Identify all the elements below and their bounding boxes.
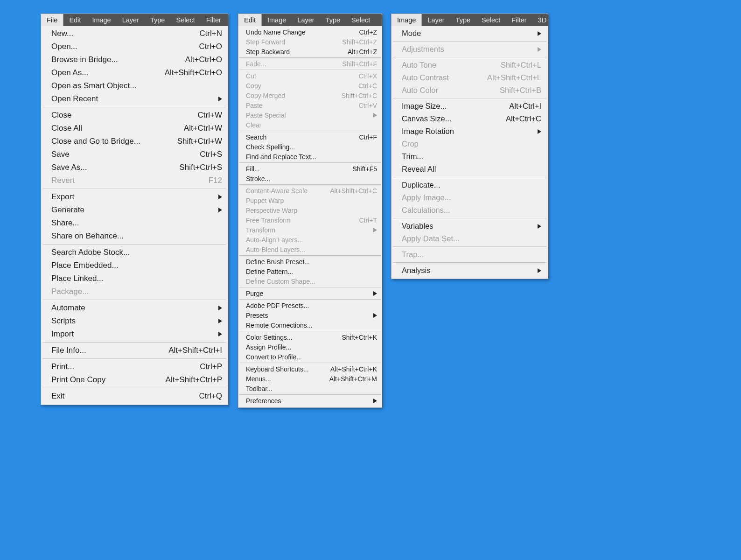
menu-item-save-as[interactable]: Save As...Shift+Ctrl+S [41,161,228,174]
menu-item-share[interactable]: Share... [41,217,228,230]
menu-item-automate[interactable]: Automate [41,301,228,315]
menu-item-label: New... [51,29,192,38]
menu-item-mode[interactable]: Mode [391,27,548,40]
menu-item-label: Auto Color [402,86,492,95]
menu-item-close[interactable]: CloseCtrl+W [41,109,228,122]
menu-item-analysis[interactable]: Analysis [391,264,548,277]
menu-item-assign-profile[interactable]: Assign Profile... [238,342,382,352]
menu-separator [393,246,546,247]
menu-item-menus[interactable]: Menus...Alt+Shift+Ctrl+M [238,374,382,384]
menu-item-new[interactable]: New...Ctrl+N [41,27,228,40]
menu-item-open[interactable]: Open...Ctrl+O [41,40,228,53]
menubar-item-3d[interactable]: 3D [532,14,548,26]
menubar-item-layer[interactable]: Layer [117,14,145,26]
menubar-item-type[interactable]: Type [450,14,476,26]
menubar-item-image[interactable]: Image [391,14,422,26]
menu-item-free-transform: Free TransformCtrl+T [238,215,382,225]
menu-item-save[interactable]: SaveCtrl+S [41,148,228,161]
menu-item-paste: PasteCtrl+V [238,100,382,110]
menubar-item-select[interactable]: Select [476,14,506,26]
menu-item-search[interactable]: SearchCtrl+F [238,132,382,142]
menu-separator [42,342,226,343]
menubar-item-image[interactable]: Image [86,14,116,26]
menu-item-adobe-pdf-presets[interactable]: Adobe PDF Presets... [238,301,382,310]
menu-item-find-and-replace-text[interactable]: Find and Replace Text... [238,152,382,161]
menubar-item-edit[interactable]: Edit [63,14,86,26]
menubar-item-edit[interactable]: Edit [238,14,262,26]
menu-item-open-as[interactable]: Open As...Alt+Shift+Ctrl+O [41,66,228,79]
menu-item-shortcut: Alt+Shift+Ctrl+I [161,346,222,355]
menu-item-canvas-size[interactable]: Canvas Size...Alt+Ctrl+C [391,112,548,125]
menu-separator [393,98,546,98]
menu-item-toolbar[interactable]: Toolbar... [238,384,382,393]
menu-item-label: Step Forward [246,38,335,46]
menu-item-preferences[interactable]: Preferences [238,396,382,406]
menubar-item-select[interactable]: Select [346,14,376,26]
menu-item-shortcut: Shift+Ctrl+S [172,163,222,172]
menu-item-label: Auto-Blend Layers... [246,246,377,253]
image-panel: ImageLayerTypeSelectFilter3DModeAdjustme… [391,14,548,279]
menubar-item-filter[interactable]: Filter [506,14,532,26]
menu-item-print[interactable]: Print...Ctrl+P [41,360,228,373]
menu-item-label: Fill... [246,165,345,173]
menu-item-fill[interactable]: Fill...Shift+F5 [238,164,382,174]
menu-item-label: Transform [246,226,369,234]
menu-item-generate[interactable]: Generate [41,203,228,217]
menubar-item-image[interactable]: Image [262,14,292,26]
menu-item-place-linked[interactable]: Place Linked... [41,272,228,285]
menu-item-step-forward: Step ForwardShift+Ctrl+Z [238,37,382,47]
menu-item-browse-in-bridge[interactable]: Browse in Bridge...Alt+Ctrl+O [41,53,228,66]
menu-item-label: Revert [51,176,201,185]
menubar-item-filter[interactable]: Filter [201,14,227,26]
menu-item-exit[interactable]: ExitCtrl+Q [41,390,228,403]
menu-item-convert-to-profile[interactable]: Convert to Profile... [238,352,382,362]
menu-item-close-all[interactable]: Close AllAlt+Ctrl+W [41,122,228,135]
menu-item-duplicate[interactable]: Duplicate... [391,179,548,191]
menubar-item-filter[interactable]: Filter [376,14,382,26]
menu-item-reveal-all[interactable]: Reveal All [391,163,548,175]
menu-item-search-adobe-stock[interactable]: Search Adobe Stock... [41,246,228,259]
menubar-item-select[interactable]: Select [170,14,200,26]
menu-item-place-embedded[interactable]: Place Embedded... [41,259,228,272]
menubar-item-type[interactable]: Type [145,14,170,26]
menu-item-open-as-smart-object[interactable]: Open as Smart Object... [41,79,228,92]
menubar-item-type[interactable]: Type [320,14,346,26]
menu-item-export[interactable]: Export [41,190,228,203]
submenu-arrow-icon [218,208,222,212]
menubar-item-layer[interactable]: Layer [292,14,320,26]
menu-item-shortcut: Alt+Ctrl+Z [340,48,377,56]
menu-item-share-on-behance[interactable]: Share on Behance... [41,230,228,243]
menu-item-keyboard-shortcuts[interactable]: Keyboard Shortcuts...Alt+Shift+Ctrl+K [238,364,382,374]
menu-item-remote-connections[interactable]: Remote Connections... [238,320,382,330]
menu-item-label: Perspective Warp [246,207,377,214]
menu-item-undo-name-change[interactable]: Undo Name ChangeCtrl+Z [238,27,382,37]
menu-separator [239,299,381,300]
menubar-item-file[interactable]: File [41,14,63,26]
menu-item-purge[interactable]: Purge [238,288,382,298]
menu-item-variables[interactable]: Variables [391,220,548,232]
menu-item-import[interactable]: Import [41,328,228,341]
menu-item-color-settings[interactable]: Color Settings...Shift+Ctrl+K [238,332,382,342]
menu-item-stroke[interactable]: Stroke... [238,174,382,183]
menu-item-trim[interactable]: Trim... [391,150,548,163]
menu-item-clear: Clear [238,120,382,130]
menu-item-label: Define Brush Preset... [246,258,377,266]
menu-item-print-one-copy[interactable]: Print One CopyAlt+Shift+Ctrl+P [41,373,228,386]
menu-item-image-size[interactable]: Image Size...Alt+Ctrl+I [391,100,548,112]
menu-item-image-rotation[interactable]: Image Rotation [391,125,548,138]
menu-item-close-and-go-to-bridge[interactable]: Close and Go to Bridge...Shift+Ctrl+W [41,135,228,148]
menu-item-scripts[interactable]: Scripts [41,315,228,328]
submenu-arrow-icon [218,195,222,199]
menu-item-presets[interactable]: Presets [238,310,382,320]
menu-item-check-spelling[interactable]: Check Spelling... [238,142,382,152]
menu-item-label: Puppet Warp [246,197,377,204]
menu-item-define-pattern[interactable]: Define Pattern... [238,266,382,276]
submenu-arrow-icon [218,319,222,323]
menu-item-label: Preferences [246,397,369,405]
menu-item-open-recent[interactable]: Open Recent [41,92,228,105]
menu-item-step-backward[interactable]: Step BackwardAlt+Ctrl+Z [238,47,382,56]
menu-item-shortcut: Ctrl+P [192,362,222,371]
menu-item-define-brush-preset[interactable]: Define Brush Preset... [238,257,382,266]
menubar-item-layer[interactable]: Layer [422,14,450,26]
menu-item-file-info[interactable]: File Info...Alt+Shift+Ctrl+I [41,344,228,357]
